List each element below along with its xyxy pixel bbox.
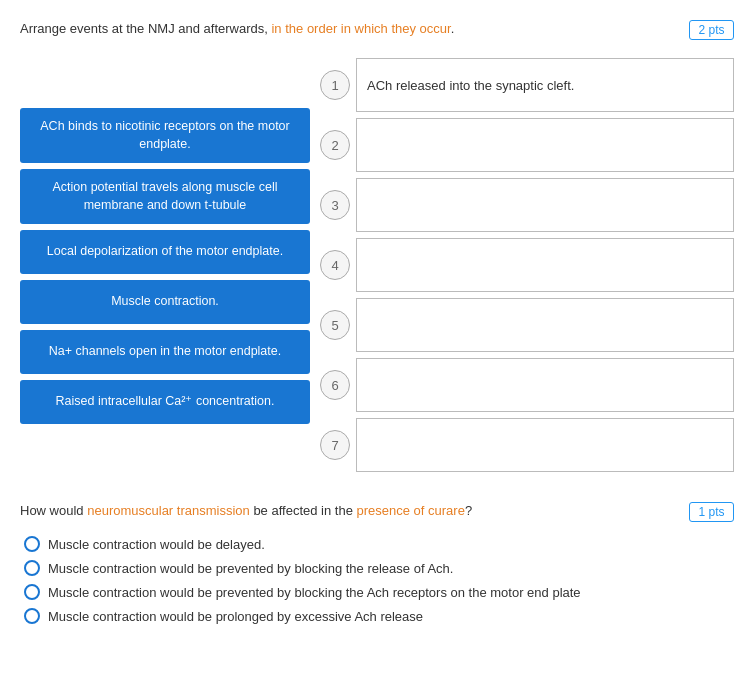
radio-option-4[interactable]: Muscle contraction would be prolonged by…: [24, 608, 734, 624]
drag-item-2[interactable]: Action potential travels along muscle ce…: [20, 169, 310, 224]
drag-item-3[interactable]: Local depolarization of the motor endpla…: [20, 230, 310, 274]
question1-text: Arrange events at the NMJ and afterwards…: [20, 20, 454, 38]
drag-item-5[interactable]: Na+ channels open in the motor endplate.: [20, 330, 310, 374]
drop-box-4[interactable]: [356, 238, 734, 292]
radio-circle-1: [24, 536, 40, 552]
question1-pts: 2 pts: [689, 20, 734, 40]
radio-circle-3: [24, 584, 40, 600]
circle-1: 1: [320, 70, 350, 100]
circle-2: 2: [320, 130, 350, 160]
numbered-row-7: 7: [320, 418, 734, 472]
radio-circle-2: [24, 560, 40, 576]
numbered-row-4: 4: [320, 238, 734, 292]
circle-6: 6: [320, 370, 350, 400]
radio-option-2[interactable]: Muscle contraction would be prevented by…: [24, 560, 734, 576]
radio-label-2: Muscle contraction would be prevented by…: [48, 561, 453, 576]
radio-circle-4: [24, 608, 40, 624]
drop-box-1[interactable]: ACh released into the synaptic cleft.: [356, 58, 734, 112]
right-drop-section: 1 ACh released into the synaptic cleft. …: [320, 58, 734, 478]
drag-item-1[interactable]: ACh binds to nicotinic receptors on the …: [20, 108, 310, 163]
numbered-row-6: 6: [320, 358, 734, 412]
q2-highlight-curare: presence of curare: [357, 503, 465, 518]
drag-drop-area: ACh binds to nicotinic receptors on the …: [20, 58, 734, 478]
numbered-row-2: 2: [320, 118, 734, 172]
circle-5: 5: [320, 310, 350, 340]
drag-item-6[interactable]: Raised intracellular Ca²⁺ concentration.: [20, 380, 310, 424]
circle-7: 7: [320, 430, 350, 460]
radio-option-3[interactable]: Muscle contraction would be prevented by…: [24, 584, 734, 600]
drop-box-7[interactable]: [356, 418, 734, 472]
question2-text: How would neuromuscular transmission be …: [20, 502, 472, 520]
drop-box-3[interactable]: [356, 178, 734, 232]
radio-label-3: Muscle contraction would be prevented by…: [48, 585, 581, 600]
radio-options-group: Muscle contraction would be delayed. Mus…: [20, 536, 734, 624]
drag-item-4[interactable]: Muscle contraction.: [20, 280, 310, 324]
drop-box-6[interactable]: [356, 358, 734, 412]
drop-box-2[interactable]: [356, 118, 734, 172]
numbered-row-3: 3: [320, 178, 734, 232]
question2-header: How would neuromuscular transmission be …: [20, 502, 734, 522]
drop-box-5[interactable]: [356, 298, 734, 352]
radio-label-4: Muscle contraction would be prolonged by…: [48, 609, 423, 624]
radio-option-1[interactable]: Muscle contraction would be delayed.: [24, 536, 734, 552]
radio-label-1: Muscle contraction would be delayed.: [48, 537, 265, 552]
question1-header: Arrange events at the NMJ and afterwards…: [20, 20, 734, 40]
circle-4: 4: [320, 250, 350, 280]
question1-highlight: in the order in which they occur: [271, 21, 450, 36]
q2-highlight-neuromuscular: neuromuscular transmission: [87, 503, 250, 518]
numbered-row-1: 1 ACh released into the synaptic cleft.: [320, 58, 734, 112]
circle-3: 3: [320, 190, 350, 220]
numbered-row-5: 5: [320, 298, 734, 352]
question2-pts: 1 pts: [689, 502, 734, 522]
left-items-column: ACh binds to nicotinic receptors on the …: [20, 108, 320, 478]
